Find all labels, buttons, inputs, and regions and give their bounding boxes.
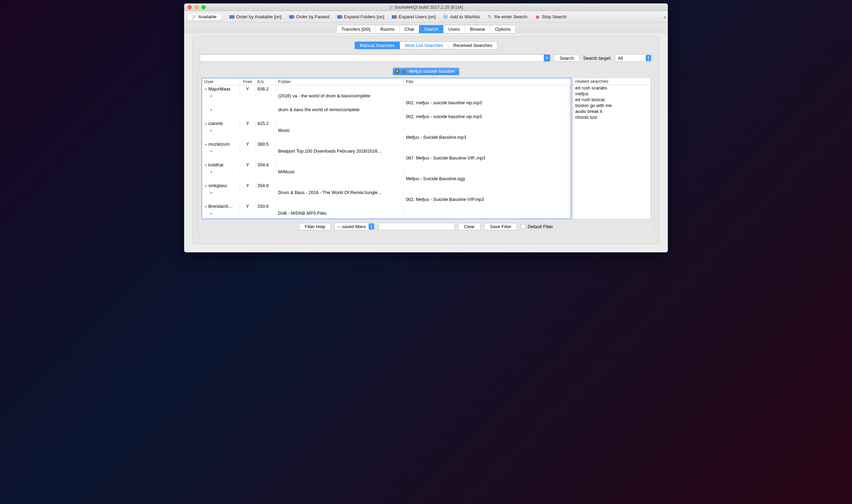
close-tab-icon[interactable]: ✕ bbox=[395, 69, 400, 74]
table-row[interactable]: ▼smkglassY354.0 bbox=[202, 182, 571, 189]
related-search-item[interactable]: ed rush scarabs bbox=[573, 85, 650, 91]
scrollbar[interactable] bbox=[569, 85, 571, 219]
tab-browse[interactable]: Browse bbox=[465, 25, 490, 33]
saved-filters-select[interactable]: -- saved filters ▲▼ bbox=[334, 223, 375, 230]
zoom-window-button[interactable] bbox=[201, 5, 206, 9]
toolbar-stop-search[interactable]: ◉Stop Search bbox=[535, 14, 567, 19]
toolbar-label: Stop Search bbox=[542, 14, 567, 19]
disclosure-icon[interactable]: ▼ bbox=[204, 184, 208, 188]
table-row[interactable]: ▼koldKatY354.4 bbox=[202, 161, 571, 168]
search-tab-wish-list-searches[interactable]: Wish List Searches bbox=[400, 42, 448, 49]
tab-transfers-0-0-[interactable]: Transfers [0/0] bbox=[337, 25, 375, 33]
toolbar-expand-folders-on-[interactable]: Expand Folders [on] bbox=[337, 14, 384, 19]
disclosure-icon[interactable]: ▼ bbox=[210, 171, 213, 174]
table-row[interactable]: ▼drum & bass the world of remix/complete bbox=[202, 106, 571, 113]
search-combo-dropdown-icon[interactable]: ▼ bbox=[544, 55, 550, 61]
filter-input[interactable] bbox=[379, 223, 455, 230]
toolbar-order-by-fastest[interactable]: Order by Fastest bbox=[289, 14, 330, 19]
toolbar-label: Expand Folders [on] bbox=[344, 14, 384, 19]
minimize-window-button[interactable] bbox=[195, 5, 199, 9]
flag-icon bbox=[402, 70, 407, 73]
toolbar-add-to-wishlist[interactable]: ⓌAdd to Wishlist bbox=[443, 14, 480, 19]
search-bar-row: ▼ Search Search target: All ▲▼ bbox=[198, 54, 654, 62]
tab-chat[interactable]: Chat bbox=[400, 25, 419, 33]
table-row[interactable]: 002. mefjus - suicide bassline vip.mp3 bbox=[202, 113, 571, 120]
search-tab-manual-searches[interactable]: Manual Searches bbox=[355, 42, 400, 49]
default-filter-checkbox[interactable]: Default Filter bbox=[521, 224, 553, 229]
results-table[interactable]: User Free K/s Folder File ▼MajorMaaxY936… bbox=[201, 78, 571, 219]
related-search-item[interactable]: boston go with me bbox=[573, 103, 650, 108]
results-area: ✕ Mefjus suicide bassline User Free K/s … bbox=[198, 68, 654, 234]
table-row[interactable]: ▼Drum & Bass - 2016 - The World Of Remix… bbox=[202, 189, 571, 196]
close-window-button[interactable] bbox=[188, 5, 192, 9]
search-target-select[interactable]: All ▲▼ bbox=[615, 54, 652, 62]
flag-icon bbox=[229, 15, 234, 19]
disclosure-icon[interactable]: ▼ bbox=[204, 143, 208, 146]
search-tab-received-searches[interactable]: Received Searches bbox=[448, 42, 497, 49]
toolbar-expand-users-on-[interactable]: Expand Users [on] bbox=[392, 14, 436, 19]
table-row[interactable]: 002. mefjus - suicide bassline vip.mp3 bbox=[202, 99, 571, 106]
active-search-tab[interactable]: ✕ Mefjus suicide bassline bbox=[393, 68, 459, 75]
table-row[interactable]: Mefjus - Suicide Bassline VIP.mp3 bbox=[202, 216, 571, 219]
col-folder[interactable]: Folder bbox=[276, 78, 404, 85]
table-row[interactable]: Mefjus - Suicide Bassline.mp3 bbox=[202, 134, 571, 140]
disclosure-icon[interactable]: ▼ bbox=[210, 191, 213, 195]
wishlist-icon: Ⓦ bbox=[443, 14, 448, 19]
toolbar-re-enter-search[interactable]: ↻Re-enter Search bbox=[487, 14, 527, 19]
disclosure-icon[interactable]: ▼ bbox=[204, 164, 208, 167]
search-panel: Manual SearchesWish List SearchesReceive… bbox=[192, 36, 660, 244]
tab-search[interactable]: Search bbox=[419, 25, 443, 33]
traffic-lights bbox=[184, 5, 206, 9]
app-window: 🕊 SoulseekQt build 2017.2.25 [fr1sk] 🕊 A… bbox=[184, 3, 668, 252]
col-ks[interactable]: K/s bbox=[255, 78, 276, 85]
table-row[interactable]: 087. Mefjus - Suicide Bassline VIP..mp3 bbox=[202, 154, 571, 161]
related-search-item[interactable]: ed rush boxcar bbox=[573, 97, 650, 103]
disclosure-icon[interactable]: ▼ bbox=[204, 205, 208, 209]
toolbar-order-by-available-on-[interactable]: Order by Available [on] bbox=[229, 14, 282, 19]
flag-icon bbox=[289, 15, 294, 19]
toolbar-label: Expand Users [on] bbox=[399, 14, 436, 19]
table-row[interactable]: Mefjus - Suicide Bassline.ogg bbox=[202, 175, 571, 182]
tab-rooms[interactable]: Rooms bbox=[376, 25, 400, 33]
disclosure-icon[interactable]: ▼ bbox=[210, 129, 213, 133]
toolbar-overflow-icon[interactable]: » bbox=[663, 14, 665, 20]
table-row[interactable]: ▼DnB - M/DNB MP3 Files bbox=[202, 210, 571, 216]
clear-filter-button[interactable]: Clear bbox=[458, 223, 481, 230]
col-free[interactable]: Free bbox=[240, 78, 255, 85]
table-row[interactable]: ▼BrendanS…Y330.6 bbox=[202, 203, 571, 210]
col-file[interactable]: File bbox=[404, 78, 571, 85]
search-input[interactable] bbox=[200, 55, 544, 61]
search-target-label: Search target: bbox=[583, 56, 612, 61]
table-row[interactable]: ▼(2016) va - the world of drum & bass/co… bbox=[202, 92, 571, 99]
table-row[interactable]: ▼cianmbY425.2 bbox=[202, 120, 571, 127]
table-row[interactable]: ▼M/Music bbox=[202, 168, 571, 175]
disclosure-icon[interactable]: ▼ bbox=[210, 95, 213, 98]
toolbar-label: Re-enter Search bbox=[494, 14, 527, 19]
active-search-tab-label: Mefjus suicide bassline bbox=[409, 69, 455, 74]
related-search-item[interactable]: chords lust bbox=[573, 114, 650, 120]
col-user[interactable]: User bbox=[202, 78, 240, 85]
toolbar-label: Order by Available [on] bbox=[236, 14, 282, 19]
disclosure-icon[interactable]: ▼ bbox=[204, 122, 208, 126]
select-arrows-icon: ▲▼ bbox=[646, 55, 651, 61]
table-row[interactable]: ▼Beatport Top.100 Downloads February 201… bbox=[202, 147, 571, 154]
table-row[interactable]: ▼muzikizumY380.5 bbox=[202, 140, 571, 147]
disclosure-icon[interactable]: ▼ bbox=[204, 88, 208, 91]
table-row[interactable]: 002. Mefjus - Suicide Bassline VIP.mp3 bbox=[202, 196, 571, 203]
disclosure-icon[interactable]: ▼ bbox=[210, 150, 213, 153]
save-filter-button[interactable]: Save Filter bbox=[484, 223, 517, 230]
related-search-item[interactable]: mefjus bbox=[573, 91, 650, 97]
toolbar-label: Add to Wishlist bbox=[450, 14, 480, 19]
filter-help-button[interactable]: Filter Help bbox=[299, 223, 331, 230]
window-title: 🕊 SoulseekQt build 2017.2.25 [fr1sk] bbox=[184, 4, 668, 10]
disclosure-icon[interactable]: ▼ bbox=[210, 212, 213, 215]
search-button[interactable]: Search bbox=[554, 55, 580, 62]
table-row[interactable]: ▼Music bbox=[202, 127, 571, 134]
status-button[interactable]: 🕊 Available bbox=[187, 13, 222, 21]
search-combo[interactable]: ▼ bbox=[200, 54, 550, 62]
tab-options[interactable]: Options bbox=[490, 25, 515, 33]
tab-users[interactable]: Users bbox=[444, 25, 465, 33]
related-search-item[interactable]: audio break it bbox=[573, 108, 650, 114]
disclosure-icon[interactable]: ▼ bbox=[210, 108, 213, 112]
table-row[interactable]: ▼MajorMaaxY936.2 bbox=[202, 85, 571, 92]
